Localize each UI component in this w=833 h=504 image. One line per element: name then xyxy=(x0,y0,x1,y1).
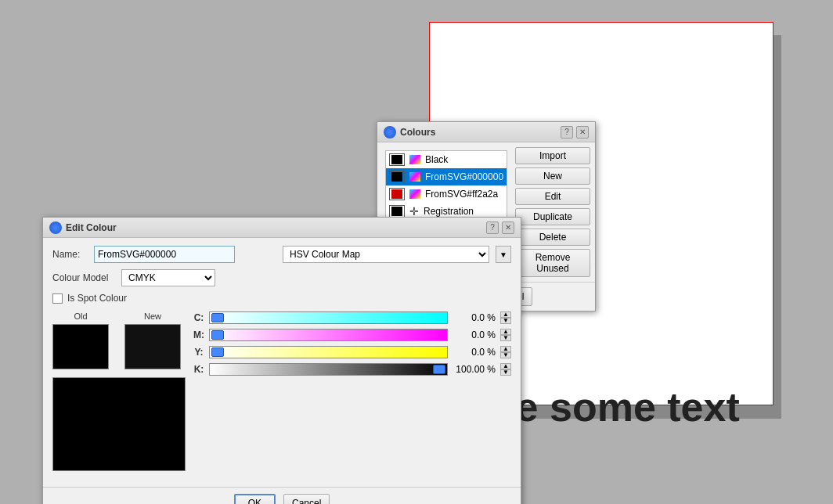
name-row: Name: HSV Colour Map ▼ xyxy=(52,246,511,263)
colours-dialog-title: Colours xyxy=(400,127,435,138)
name-label: Name: xyxy=(52,249,88,260)
colours-dialog-icon xyxy=(384,126,396,139)
colour-map-select[interactable]: HSV Colour Map xyxy=(283,246,489,263)
c-down-btn[interactable]: ▼ xyxy=(500,318,511,324)
c-slider-thumb[interactable] xyxy=(211,313,224,322)
edit-content: Name: HSV Colour Map ▼ Colour Model CMYK… xyxy=(43,238,521,484)
spot-colour-label: Is Spot Colour xyxy=(67,293,127,304)
k-spinner: ▲ ▼ xyxy=(500,363,511,376)
m-label: M: xyxy=(193,329,204,340)
c-value: 0.0 % xyxy=(453,312,496,323)
colours-side-buttons: Import New Edit Duplicate Delete Remove … xyxy=(515,142,595,282)
colour-item-fromsvg-black[interactable]: FromSVG#000000 xyxy=(386,168,507,185)
old-label: Old xyxy=(74,311,87,321)
delete-button[interactable]: Delete xyxy=(515,229,590,246)
m-slider-row: M: 0.0 % ▲ ▼ xyxy=(193,329,511,341)
main-lower-section: Old New C: 0.0 % xyxy=(52,311,511,476)
edit-dialog-icon xyxy=(49,221,62,234)
colour-item-black[interactable]: Black xyxy=(386,151,507,168)
c-spinner: ▲ ▼ xyxy=(500,311,511,324)
edit-bottom-buttons: OK Cancel xyxy=(43,487,521,504)
colour-model-select[interactable]: CMYK xyxy=(121,269,215,286)
c-label: C: xyxy=(193,312,204,323)
y-label: Y: xyxy=(193,347,204,358)
colours-help-button[interactable]: ? xyxy=(561,126,573,139)
new-label: New xyxy=(144,311,161,321)
colour-item-fromsvg-red[interactable]: FromSVG#ff2a2a xyxy=(386,185,507,203)
edit-help-button[interactable]: ? xyxy=(486,221,499,234)
y-spinner: ▲ ▼ xyxy=(500,346,511,358)
edit-button[interactable]: Edit xyxy=(515,188,590,205)
colour-name-fromsvg-red: FromSVG#ff2a2a xyxy=(425,189,498,200)
m-slider-track[interactable] xyxy=(209,329,448,341)
colours-titlebar: Colours ? ✕ xyxy=(377,122,595,142)
y-slider-track[interactable] xyxy=(209,346,448,358)
colour-map-dropdown-btn[interactable]: ▼ xyxy=(496,246,511,263)
y-slider-row: Y: 0.0 % ▲ ▼ xyxy=(193,346,511,358)
old-swatch xyxy=(52,324,109,369)
y-value: 0.0 % xyxy=(453,347,496,358)
color-preview-area: Old New xyxy=(52,311,186,476)
k-slider-thumb[interactable] xyxy=(433,365,445,374)
colour-model-label: Colour Model xyxy=(52,272,115,283)
colour-name-fromsvg-black: FromSVG#000000 xyxy=(425,171,503,182)
edit-close-button[interactable]: ✕ xyxy=(502,221,514,234)
preview-section: Old New xyxy=(52,311,186,369)
remove-unused-button[interactable]: Remove Unused xyxy=(515,249,590,277)
m-spinner: ▲ ▼ xyxy=(500,329,511,341)
duplicate-button[interactable]: Duplicate xyxy=(515,208,590,225)
name-input[interactable] xyxy=(94,246,235,263)
y-down-btn[interactable]: ▼ xyxy=(500,352,511,358)
big-color-swatch xyxy=(52,377,186,471)
edit-colour-dialog: Edit Colour ? ✕ Name: HSV Colour Map ▼ C… xyxy=(42,217,521,504)
m-value: 0.0 % xyxy=(453,329,496,340)
new-button[interactable]: New xyxy=(515,167,590,185)
edit-cancel-button[interactable]: Cancel xyxy=(283,494,330,504)
edit-ok-button[interactable]: OK xyxy=(234,494,276,504)
edit-dialog-title: Edit Colour xyxy=(66,222,117,233)
c-slider-row: C: 0.0 % ▲ ▼ xyxy=(193,311,511,324)
spot-colour-checkbox[interactable] xyxy=(52,293,63,304)
new-preview-box: New xyxy=(124,311,181,369)
colour-name-black: Black xyxy=(425,154,448,165)
colour-model-row: Colour Model CMYK xyxy=(52,269,511,286)
k-value: 100.00 % xyxy=(453,364,496,375)
sliders-section: C: 0.0 % ▲ ▼ M: 0.0 % xyxy=(193,311,511,380)
c-slider-track[interactable] xyxy=(209,311,448,324)
k-label: K: xyxy=(193,364,204,375)
k-down-btn[interactable]: ▼ xyxy=(500,369,511,376)
m-down-btn[interactable]: ▼ xyxy=(500,335,511,341)
spot-colour-row: Is Spot Colour xyxy=(52,293,511,304)
k-slider-track[interactable] xyxy=(209,363,448,376)
import-button[interactable]: Import xyxy=(515,147,590,164)
k-slider-row: K: 100.00 % ▲ ▼ xyxy=(193,363,511,376)
edit-titlebar: Edit Colour ? ✕ xyxy=(43,218,521,238)
colour-name-registration: Registration xyxy=(424,206,474,217)
new-swatch xyxy=(124,324,181,369)
m-slider-thumb[interactable] xyxy=(211,330,224,340)
old-preview-box: Old xyxy=(52,311,109,369)
y-slider-thumb[interactable] xyxy=(211,347,224,357)
colours-close-button[interactable]: ✕ xyxy=(576,126,589,139)
